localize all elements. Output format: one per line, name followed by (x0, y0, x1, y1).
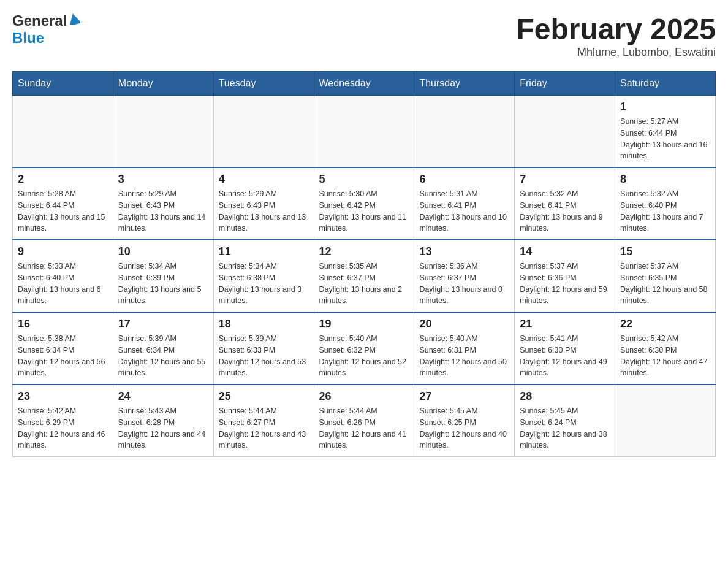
weekday-header-monday: Monday (113, 72, 213, 96)
day-info: Sunrise: 5:44 AMSunset: 6:26 PMDaylight:… (319, 405, 409, 451)
logo-triangle-icon (68, 13, 80, 27)
day-info: Sunrise: 5:28 AMSunset: 6:44 PMDaylight:… (18, 188, 108, 234)
calendar-cell (213, 96, 314, 168)
day-number: 24 (118, 390, 208, 403)
day-info: Sunrise: 5:30 AMSunset: 6:42 PMDaylight:… (319, 188, 409, 234)
calendar-cell (615, 385, 716, 457)
day-number: 22 (620, 318, 710, 331)
calendar-cell: 27Sunrise: 5:45 AMSunset: 6:25 PMDayligh… (414, 385, 515, 457)
calendar-week-row: 23Sunrise: 5:42 AMSunset: 6:29 PMDayligh… (13, 385, 716, 457)
calendar-week-row: 1Sunrise: 5:27 AMSunset: 6:44 PMDaylight… (13, 96, 716, 168)
day-number: 17 (118, 318, 208, 331)
day-number: 18 (219, 318, 309, 331)
day-info: Sunrise: 5:37 AMSunset: 6:35 PMDaylight:… (620, 261, 710, 307)
day-info: Sunrise: 5:44 AMSunset: 6:27 PMDaylight:… (219, 405, 309, 451)
day-info: Sunrise: 5:29 AMSunset: 6:43 PMDaylight:… (118, 188, 208, 234)
calendar-cell: 3Sunrise: 5:29 AMSunset: 6:43 PMDaylight… (113, 167, 213, 240)
calendar-cell: 26Sunrise: 5:44 AMSunset: 6:26 PMDayligh… (314, 385, 414, 457)
day-number: 8 (620, 173, 710, 186)
weekday-header-friday: Friday (515, 72, 615, 96)
day-number: 11 (219, 245, 309, 258)
calendar-cell: 12Sunrise: 5:35 AMSunset: 6:37 PMDayligh… (314, 240, 414, 312)
calendar-header-row: SundayMondayTuesdayWednesdayThursdayFrid… (13, 72, 716, 96)
day-number: 16 (18, 318, 108, 331)
calendar-cell: 5Sunrise: 5:30 AMSunset: 6:42 PMDaylight… (314, 167, 414, 240)
calendar-cell: 10Sunrise: 5:34 AMSunset: 6:39 PMDayligh… (113, 240, 213, 312)
calendar-cell: 21Sunrise: 5:41 AMSunset: 6:30 PMDayligh… (515, 312, 615, 385)
calendar-table: SundayMondayTuesdayWednesdayThursdayFrid… (12, 71, 716, 457)
calendar-cell: 6Sunrise: 5:31 AMSunset: 6:41 PMDaylight… (414, 167, 515, 240)
calendar-cell: 17Sunrise: 5:39 AMSunset: 6:34 PMDayligh… (113, 312, 213, 385)
calendar-week-row: 16Sunrise: 5:38 AMSunset: 6:34 PMDayligh… (13, 312, 716, 385)
calendar-cell: 20Sunrise: 5:40 AMSunset: 6:31 PMDayligh… (414, 312, 515, 385)
day-info: Sunrise: 5:29 AMSunset: 6:43 PMDaylight:… (219, 188, 309, 234)
calendar-cell: 14Sunrise: 5:37 AMSunset: 6:36 PMDayligh… (515, 240, 615, 312)
calendar-cell: 22Sunrise: 5:42 AMSunset: 6:30 PMDayligh… (615, 312, 716, 385)
calendar-cell: 9Sunrise: 5:33 AMSunset: 6:40 PMDaylight… (13, 240, 113, 312)
day-number: 5 (319, 173, 409, 186)
day-number: 1 (620, 101, 710, 113)
day-info: Sunrise: 5:37 AMSunset: 6:36 PMDaylight:… (520, 261, 610, 307)
day-info: Sunrise: 5:45 AMSunset: 6:25 PMDaylight:… (419, 405, 509, 451)
day-info: Sunrise: 5:39 AMSunset: 6:34 PMDaylight:… (118, 333, 208, 379)
day-number: 4 (219, 173, 309, 186)
day-number: 15 (620, 245, 710, 258)
calendar-cell: 19Sunrise: 5:40 AMSunset: 6:32 PMDayligh… (314, 312, 414, 385)
day-info: Sunrise: 5:40 AMSunset: 6:32 PMDaylight:… (319, 333, 409, 379)
day-info: Sunrise: 5:34 AMSunset: 6:39 PMDaylight:… (118, 261, 208, 307)
day-number: 27 (419, 390, 509, 403)
page-header: General Blue February 2025 Mhlume, Lubom… (12, 12, 716, 59)
day-number: 13 (419, 245, 509, 258)
calendar-cell: 7Sunrise: 5:32 AMSunset: 6:41 PMDaylight… (515, 167, 615, 240)
month-title: February 2025 (516, 12, 716, 46)
calendar-week-row: 9Sunrise: 5:33 AMSunset: 6:40 PMDaylight… (13, 240, 716, 312)
weekday-header-saturday: Saturday (615, 72, 716, 96)
day-info: Sunrise: 5:42 AMSunset: 6:29 PMDaylight:… (18, 405, 108, 451)
day-info: Sunrise: 5:38 AMSunset: 6:34 PMDaylight:… (18, 333, 108, 379)
day-number: 20 (419, 318, 509, 331)
calendar-cell: 28Sunrise: 5:45 AMSunset: 6:24 PMDayligh… (515, 385, 615, 457)
weekday-header-tuesday: Tuesday (213, 72, 314, 96)
day-number: 7 (520, 173, 610, 186)
logo-blue-text: Blue (12, 29, 44, 46)
day-info: Sunrise: 5:34 AMSunset: 6:38 PMDaylight:… (219, 261, 309, 307)
calendar-cell (13, 96, 113, 168)
day-number: 6 (419, 173, 509, 186)
day-number: 28 (520, 390, 610, 403)
calendar-cell: 11Sunrise: 5:34 AMSunset: 6:38 PMDayligh… (213, 240, 314, 312)
day-number: 23 (18, 390, 108, 403)
day-number: 26 (319, 390, 409, 403)
calendar-cell: 18Sunrise: 5:39 AMSunset: 6:33 PMDayligh… (213, 312, 314, 385)
weekday-header-thursday: Thursday (414, 72, 515, 96)
day-number: 25 (219, 390, 309, 403)
location-subtitle: Mhlume, Lubombo, Eswatini (516, 46, 716, 59)
day-info: Sunrise: 5:27 AMSunset: 6:44 PMDaylight:… (620, 116, 710, 162)
day-info: Sunrise: 5:41 AMSunset: 6:30 PMDaylight:… (520, 333, 610, 379)
day-number: 3 (118, 173, 208, 186)
weekday-header-wednesday: Wednesday (314, 72, 414, 96)
calendar-cell: 13Sunrise: 5:36 AMSunset: 6:37 PMDayligh… (414, 240, 515, 312)
calendar-cell: 8Sunrise: 5:32 AMSunset: 6:40 PMDaylight… (615, 167, 716, 240)
calendar-cell: 2Sunrise: 5:28 AMSunset: 6:44 PMDaylight… (13, 167, 113, 240)
calendar-cell: 23Sunrise: 5:42 AMSunset: 6:29 PMDayligh… (13, 385, 113, 457)
day-number: 2 (18, 173, 108, 186)
day-number: 12 (319, 245, 409, 258)
day-info: Sunrise: 5:33 AMSunset: 6:40 PMDaylight:… (18, 261, 108, 307)
day-info: Sunrise: 5:31 AMSunset: 6:41 PMDaylight:… (419, 188, 509, 234)
calendar-cell (515, 96, 615, 168)
day-info: Sunrise: 5:32 AMSunset: 6:41 PMDaylight:… (520, 188, 610, 234)
calendar-cell: 24Sunrise: 5:43 AMSunset: 6:28 PMDayligh… (113, 385, 213, 457)
logo-general-text: General (12, 12, 67, 29)
day-number: 19 (319, 318, 409, 331)
svg-marker-0 (68, 13, 80, 25)
day-number: 9 (18, 245, 108, 258)
day-info: Sunrise: 5:32 AMSunset: 6:40 PMDaylight:… (620, 188, 710, 234)
calendar-cell: 15Sunrise: 5:37 AMSunset: 6:35 PMDayligh… (615, 240, 716, 312)
day-info: Sunrise: 5:42 AMSunset: 6:30 PMDaylight:… (620, 333, 710, 379)
day-info: Sunrise: 5:36 AMSunset: 6:37 PMDaylight:… (419, 261, 509, 307)
calendar-cell (414, 96, 515, 168)
title-area: February 2025 Mhlume, Lubombo, Eswatini (516, 12, 716, 59)
day-number: 14 (520, 245, 610, 258)
day-number: 10 (118, 245, 208, 258)
calendar-week-row: 2Sunrise: 5:28 AMSunset: 6:44 PMDaylight… (13, 167, 716, 240)
